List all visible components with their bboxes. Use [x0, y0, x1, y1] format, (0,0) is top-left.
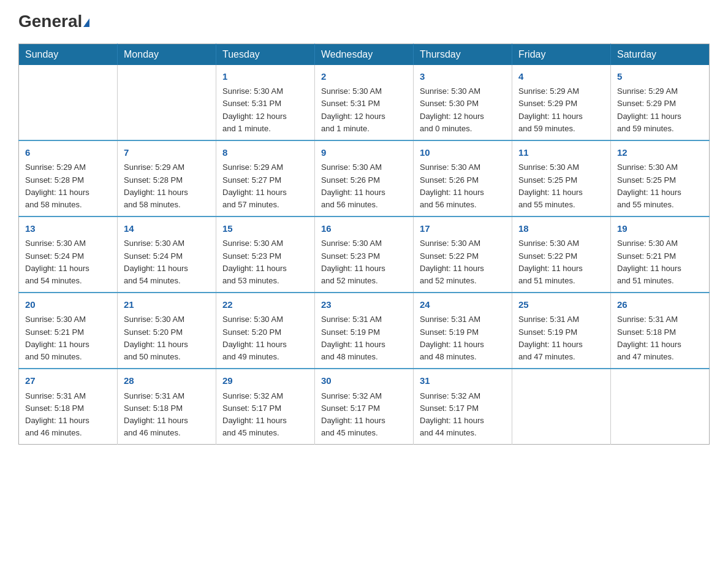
day-number: 10: [420, 146, 506, 160]
day-number: 2: [321, 70, 407, 84]
day-info: Sunrise: 5:29 AM Sunset: 5:27 PM Dayligh…: [222, 161, 308, 211]
day-number: 21: [124, 298, 210, 312]
day-number: 14: [124, 222, 210, 236]
calendar-cell: [611, 369, 710, 445]
calendar-cell: 4Sunrise: 5:29 AM Sunset: 5:29 PM Daylig…: [512, 65, 611, 140]
day-info: Sunrise: 5:30 AM Sunset: 5:24 PM Dayligh…: [124, 237, 210, 287]
day-number: 15: [222, 222, 308, 236]
calendar-cell: 5Sunrise: 5:29 AM Sunset: 5:29 PM Daylig…: [611, 65, 710, 140]
day-info: Sunrise: 5:31 AM Sunset: 5:19 PM Dayligh…: [321, 313, 407, 363]
day-number: 13: [25, 222, 111, 236]
day-number: 9: [321, 146, 407, 160]
day-number: 1: [222, 70, 308, 84]
day-info: Sunrise: 5:30 AM Sunset: 5:20 PM Dayligh…: [124, 313, 210, 363]
calendar-cell: 31Sunrise: 5:32 AM Sunset: 5:17 PM Dayli…: [414, 369, 512, 445]
calendar-cell: 18Sunrise: 5:30 AM Sunset: 5:22 PM Dayli…: [512, 216, 611, 293]
calendar-cell: 8Sunrise: 5:29 AM Sunset: 5:27 PM Daylig…: [216, 140, 315, 216]
day-info: Sunrise: 5:30 AM Sunset: 5:24 PM Dayligh…: [25, 237, 111, 287]
day-info: Sunrise: 5:30 AM Sunset: 5:25 PM Dayligh…: [617, 161, 703, 211]
calendar-cell: 19Sunrise: 5:30 AM Sunset: 5:21 PM Dayli…: [611, 216, 710, 293]
day-info: Sunrise: 5:30 AM Sunset: 5:21 PM Dayligh…: [25, 313, 111, 363]
calendar-cell: 17Sunrise: 5:30 AM Sunset: 5:22 PM Dayli…: [414, 216, 512, 293]
weekday-header-friday: Friday: [512, 44, 611, 65]
day-number: 19: [617, 222, 703, 236]
calendar-cell: 7Sunrise: 5:29 AM Sunset: 5:28 PM Daylig…: [118, 140, 216, 216]
calendar-cell: 15Sunrise: 5:30 AM Sunset: 5:23 PM Dayli…: [216, 216, 315, 293]
day-info: Sunrise: 5:29 AM Sunset: 5:29 PM Dayligh…: [518, 85, 604, 135]
day-info: Sunrise: 5:30 AM Sunset: 5:26 PM Dayligh…: [420, 161, 506, 211]
calendar-cell: 23Sunrise: 5:31 AM Sunset: 5:19 PM Dayli…: [315, 293, 414, 369]
weekday-header-saturday: Saturday: [611, 44, 710, 65]
day-number: 12: [617, 146, 703, 160]
weekday-header-tuesday: Tuesday: [216, 44, 315, 65]
calendar-week-row: 20Sunrise: 5:30 AM Sunset: 5:21 PM Dayli…: [19, 293, 710, 369]
day-info: Sunrise: 5:30 AM Sunset: 5:23 PM Dayligh…: [222, 237, 308, 287]
day-info: Sunrise: 5:31 AM Sunset: 5:19 PM Dayligh…: [518, 313, 604, 363]
day-number: 26: [617, 298, 703, 312]
calendar-cell: 16Sunrise: 5:30 AM Sunset: 5:23 PM Dayli…: [315, 216, 414, 293]
day-info: Sunrise: 5:31 AM Sunset: 5:18 PM Dayligh…: [617, 313, 703, 363]
day-info: Sunrise: 5:31 AM Sunset: 5:18 PM Dayligh…: [25, 390, 111, 440]
calendar-week-row: 1Sunrise: 5:30 AM Sunset: 5:31 PM Daylig…: [19, 65, 710, 140]
logo-triangle-icon: [83, 18, 89, 27]
day-info: Sunrise: 5:30 AM Sunset: 5:25 PM Dayligh…: [518, 161, 604, 211]
page-header: General: [18, 12, 710, 31]
calendar-cell: 14Sunrise: 5:30 AM Sunset: 5:24 PM Dayli…: [118, 216, 216, 293]
calendar-cell: [118, 65, 216, 140]
day-info: Sunrise: 5:30 AM Sunset: 5:21 PM Dayligh…: [617, 237, 703, 287]
day-number: 11: [518, 146, 604, 160]
day-number: 24: [420, 298, 506, 312]
day-number: 7: [124, 146, 210, 160]
day-number: 17: [420, 222, 506, 236]
day-info: Sunrise: 5:29 AM Sunset: 5:29 PM Dayligh…: [617, 85, 703, 135]
calendar-cell: 30Sunrise: 5:32 AM Sunset: 5:17 PM Dayli…: [315, 369, 414, 445]
calendar-cell: [19, 65, 118, 140]
day-number: 16: [321, 222, 407, 236]
day-info: Sunrise: 5:32 AM Sunset: 5:17 PM Dayligh…: [321, 390, 407, 440]
calendar-header-row: SundayMondayTuesdayWednesdayThursdayFrid…: [19, 44, 710, 65]
calendar-week-row: 27Sunrise: 5:31 AM Sunset: 5:18 PM Dayli…: [19, 369, 710, 445]
calendar-cell: 3Sunrise: 5:30 AM Sunset: 5:30 PM Daylig…: [414, 65, 512, 140]
day-info: Sunrise: 5:30 AM Sunset: 5:26 PM Dayligh…: [321, 161, 407, 211]
calendar-cell: [512, 369, 611, 445]
day-number: 31: [420, 374, 506, 388]
calendar-cell: 26Sunrise: 5:31 AM Sunset: 5:18 PM Dayli…: [611, 293, 710, 369]
calendar-cell: 6Sunrise: 5:29 AM Sunset: 5:28 PM Daylig…: [19, 140, 118, 216]
day-info: Sunrise: 5:32 AM Sunset: 5:17 PM Dayligh…: [420, 390, 506, 440]
calendar-cell: 29Sunrise: 5:32 AM Sunset: 5:17 PM Dayli…: [216, 369, 315, 445]
calendar-cell: 1Sunrise: 5:30 AM Sunset: 5:31 PM Daylig…: [216, 65, 315, 140]
logo-area: General: [18, 12, 89, 31]
day-number: 25: [518, 298, 604, 312]
calendar-cell: 11Sunrise: 5:30 AM Sunset: 5:25 PM Dayli…: [512, 140, 611, 216]
calendar-cell: 21Sunrise: 5:30 AM Sunset: 5:20 PM Dayli…: [118, 293, 216, 369]
day-number: 3: [420, 70, 506, 84]
calendar-cell: 2Sunrise: 5:30 AM Sunset: 5:31 PM Daylig…: [315, 65, 414, 140]
calendar-cell: 20Sunrise: 5:30 AM Sunset: 5:21 PM Dayli…: [19, 293, 118, 369]
day-number: 27: [25, 374, 111, 388]
day-info: Sunrise: 5:30 AM Sunset: 5:23 PM Dayligh…: [321, 237, 407, 287]
day-info: Sunrise: 5:32 AM Sunset: 5:17 PM Dayligh…: [222, 390, 308, 440]
day-info: Sunrise: 5:30 AM Sunset: 5:22 PM Dayligh…: [420, 237, 506, 287]
logo: General: [18, 12, 89, 31]
day-number: 28: [124, 374, 210, 388]
day-number: 18: [518, 222, 604, 236]
weekday-header-wednesday: Wednesday: [315, 44, 414, 65]
day-number: 22: [222, 298, 308, 312]
day-number: 20: [25, 298, 111, 312]
day-info: Sunrise: 5:30 AM Sunset: 5:31 PM Dayligh…: [222, 85, 308, 135]
day-info: Sunrise: 5:29 AM Sunset: 5:28 PM Dayligh…: [124, 161, 210, 211]
day-number: 4: [518, 70, 604, 84]
day-number: 6: [25, 146, 111, 160]
calendar-cell: 9Sunrise: 5:30 AM Sunset: 5:26 PM Daylig…: [315, 140, 414, 216]
day-info: Sunrise: 5:30 AM Sunset: 5:31 PM Dayligh…: [321, 85, 407, 135]
day-number: 5: [617, 70, 703, 84]
calendar-week-row: 6Sunrise: 5:29 AM Sunset: 5:28 PM Daylig…: [19, 140, 710, 216]
calendar-cell: 28Sunrise: 5:31 AM Sunset: 5:18 PM Dayli…: [118, 369, 216, 445]
day-info: Sunrise: 5:31 AM Sunset: 5:18 PM Dayligh…: [124, 390, 210, 440]
calendar-cell: 12Sunrise: 5:30 AM Sunset: 5:25 PM Dayli…: [611, 140, 710, 216]
day-number: 23: [321, 298, 407, 312]
calendar-cell: 27Sunrise: 5:31 AM Sunset: 5:18 PM Dayli…: [19, 369, 118, 445]
day-number: 29: [222, 374, 308, 388]
weekday-header-sunday: Sunday: [19, 44, 118, 65]
day-info: Sunrise: 5:31 AM Sunset: 5:19 PM Dayligh…: [420, 313, 506, 363]
